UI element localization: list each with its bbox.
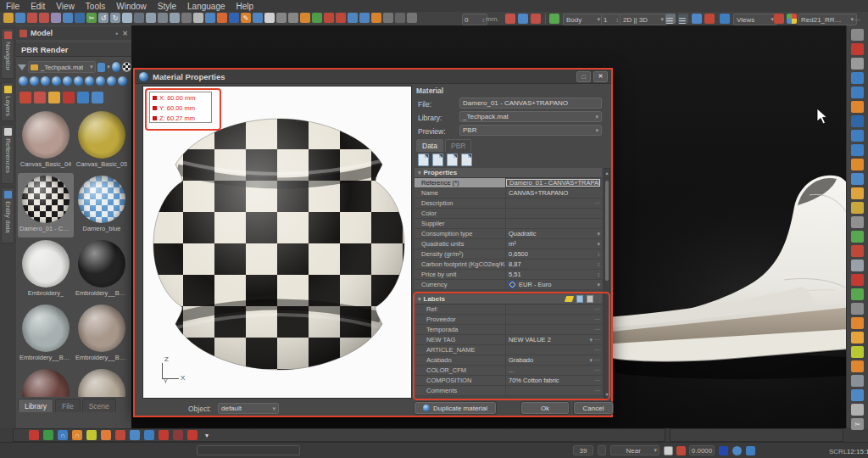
property-row-value[interactable]: 0,6500: [506, 249, 598, 259]
curve-icon[interactable]: [253, 13, 263, 23]
library-select[interactable]: _Techpack.mat ▾: [28, 61, 96, 73]
duplicate-material-button[interactable]: Duplicate material: [415, 402, 496, 414]
labels-section-header[interactable]: ▾Labels: [415, 294, 602, 304]
label-row-value[interactable]: 70% Cotton fabric: [506, 376, 594, 385]
property-row[interactable]: Supplier: [415, 219, 602, 229]
shoe-red-icon[interactable]: [29, 430, 39, 440]
move-icon[interactable]: [407, 13, 417, 23]
menu-file[interactable]: File: [6, 2, 19, 11]
brush-icon[interactable]: [134, 13, 144, 23]
active-tool-icon[interactable]: [159, 430, 169, 440]
add-red-icon[interactable]: [774, 14, 784, 24]
horseshoe-gray-icon[interactable]: [851, 303, 864, 315]
label-row-value[interactable]: [506, 304, 594, 314]
label-row-value[interactable]: NEW VALUE 2: [506, 335, 589, 344]
avatar-blue-icon[interactable]: [518, 14, 528, 24]
count-spinner[interactable]: 1 ↕: [601, 14, 621, 25]
menu-edit[interactable]: Edit: [31, 2, 45, 11]
property-row-value[interactable]: 5,51: [506, 270, 598, 279]
snap-red-icon[interactable]: [676, 446, 686, 455]
ellipsis-button[interactable]: ⋯: [594, 337, 600, 344]
flatten-icon[interactable]: [851, 375, 864, 387]
coordinate-field[interactable]: 0.0000: [689, 445, 715, 455]
pin-panel-icon[interactable]: ▪: [115, 30, 118, 37]
folder-orange-icon[interactable]: [851, 187, 864, 199]
colorway-select[interactable]: Red21_RRSS02 ▾: [798, 14, 857, 25]
view-mode-select[interactable]: 2D || 3D ▾: [620, 14, 667, 25]
material-item[interactable]: Embroidery__Basi...: [74, 302, 130, 366]
horseshoe-orange-icon[interactable]: [851, 317, 864, 329]
sphere-tool-8-icon[interactable]: [96, 76, 105, 86]
sync-icon[interactable]: [732, 446, 742, 455]
pan-hand-icon[interactable]: [63, 13, 73, 23]
ellipsis-button[interactable]: ⋯: [594, 357, 600, 364]
property-row[interactable]: Reference (*)Damero_01 - CANVAS+TRAPANO: [415, 178, 602, 188]
property-row-value[interactable]: [506, 209, 600, 218]
property-row[interactable]: Color: [415, 209, 602, 219]
panel-tab-file[interactable]: File: [55, 399, 81, 412]
properties-section-header[interactable]: ▾Properties: [415, 168, 602, 178]
property-row-value[interactable]: m²: [506, 239, 597, 249]
stamp-red-icon[interactable]: [115, 430, 125, 440]
preview-select[interactable]: PBR▾: [459, 125, 602, 136]
copy-labels-icon[interactable]: [576, 295, 583, 303]
label-row[interactable]: Comments⋯: [415, 386, 602, 396]
property-row[interactable]: Quadratic unitsm²▾: [415, 239, 602, 249]
flatten-blue-icon[interactable]: [851, 389, 864, 401]
eu-flag-icon[interactable]: [719, 446, 728, 455]
wedge-orange-icon[interactable]: [851, 332, 864, 344]
horseshoe-blue-icon[interactable]: ∩: [58, 430, 68, 440]
link-icon[interactable]: [276, 13, 287, 23]
notch-icon[interactable]: [336, 13, 346, 23]
flag-green-icon[interactable]: [43, 430, 53, 440]
folder-blue-icon[interactable]: [851, 173, 864, 185]
material-preview-area[interactable]: X: 60.00 mm Y: 60.00 mm Z: 60.27 mm Z X …: [142, 86, 412, 399]
redo-icon[interactable]: ↻: [110, 13, 120, 23]
property-row[interactable]: Consumption typeQuadratic▾: [415, 229, 602, 239]
label-row[interactable]: NEW TAGNEW VALUE 2▾⋯: [415, 335, 602, 345]
measure-icon[interactable]: [288, 13, 298, 23]
material-item[interactable]: [18, 366, 74, 397]
material-item[interactable]: Damero_blue: [74, 173, 130, 237]
spinner-icon[interactable]: ↕: [598, 271, 601, 277]
seam-icon[interactable]: [181, 13, 192, 23]
swap-icon[interactable]: [851, 29, 864, 41]
property-row-value[interactable]: [506, 219, 600, 228]
pencil-icon[interactable]: ✎: [241, 13, 251, 23]
ellipsis-button[interactable]: ⋯: [594, 347, 600, 354]
sole-red-icon[interactable]: [531, 14, 541, 24]
sphere-view-toggle[interactable]: [112, 62, 121, 72]
blob-material-icon[interactable]: [63, 92, 75, 103]
new-doc-icon[interactable]: [418, 154, 429, 166]
near-select[interactable]: Near▾: [610, 445, 659, 455]
ellipsis-button[interactable]: ⋯: [594, 316, 600, 323]
angle2-icon[interactable]: [383, 13, 393, 23]
dropdown-caret-icon[interactable]: ▾: [589, 357, 593, 364]
shoe-red2-icon[interactable]: [704, 14, 715, 24]
property-row[interactable]: Description⋯: [415, 198, 602, 209]
sphere-tool-5-icon[interactable]: [63, 76, 72, 86]
scroll-up-icon[interactable]: ▴: [604, 170, 609, 176]
color-grid-icon[interactable]: [130, 430, 140, 440]
dropdown-caret-icon[interactable]: ▾: [107, 64, 110, 70]
last-5-icon[interactable]: [851, 144, 864, 156]
offset-spinner[interactable]: 0 ↕: [462, 14, 487, 25]
grid-material-icon[interactable]: [48, 92, 60, 103]
sphere-tool-1-icon[interactable]: [19, 76, 28, 86]
reference-icon[interactable]: [51, 13, 61, 23]
scroll-down-icon[interactable]: ▾: [604, 391, 609, 397]
copy-doc-icon[interactable]: [432, 154, 443, 166]
label-row-value[interactable]: Grabado: [506, 355, 589, 365]
ellipsis-button[interactable]: ⋯: [594, 388, 600, 394]
file-field[interactable]: Damero_01 - CANVAS+TRAPANO: [459, 98, 602, 109]
property-row-value[interactable]: [506, 198, 594, 208]
menu-view[interactable]: View: [56, 2, 75, 11]
label-row[interactable]: Ref:⋯: [415, 304, 602, 315]
menu-window[interactable]: Window: [116, 2, 147, 11]
dialog-scrollbar[interactable]: ▴ ▾: [604, 168, 610, 399]
material-item[interactable]: Canvas_Basic_05: [74, 109, 130, 173]
maximize-button[interactable]: □: [576, 71, 591, 82]
ellipsis-button[interactable]: ⋯: [594, 306, 600, 313]
image-material-icon[interactable]: [34, 92, 46, 103]
last-tool-icon[interactable]: [851, 72, 864, 84]
